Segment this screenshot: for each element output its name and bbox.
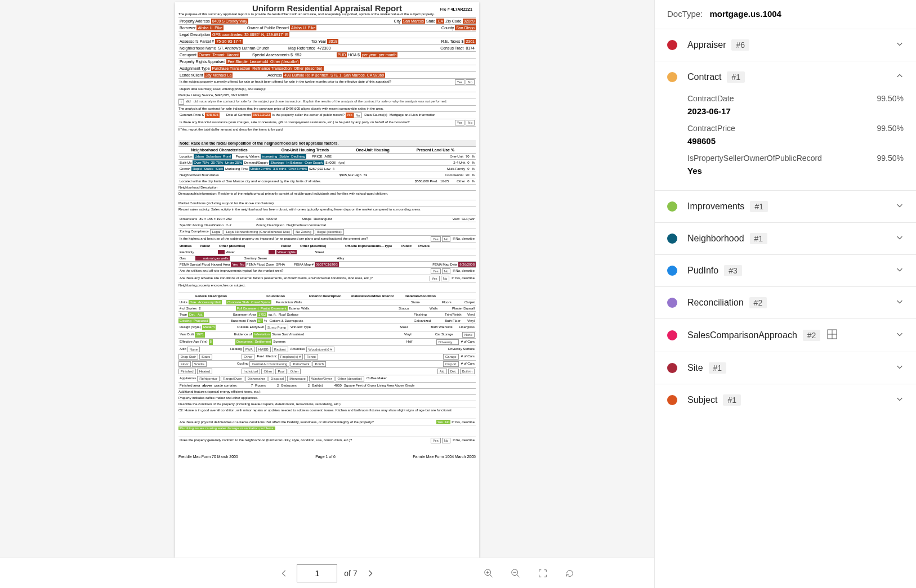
section-title: SalesComparisonApproach	[687, 330, 797, 340]
site-dimensions: Dimensions89 × 155 × 190 × 259 Area4000 …	[178, 216, 476, 222]
impr-appliances: Appliances RefrigeratorRange/Oven Dishwa…	[178, 375, 476, 382]
field-confidence: 99.50%	[877, 94, 904, 103]
zoom-out-icon	[511, 568, 521, 578]
section-title: Contract	[687, 72, 721, 82]
impr-r2: # of Stories2 Full BasementPartial Basem…	[178, 305, 476, 311]
site-compliance: Zoning Compliance LegalLegal Nonconformi…	[178, 228, 476, 235]
section-header-reconciliation[interactable]: Reconciliation#2	[655, 287, 916, 318]
impr-addl-feat-l: Additional features (special energy effi…	[178, 388, 476, 394]
nbhd-headers: Neighborhood Characteristics One-Unit Ho…	[178, 146, 476, 153]
row-ifyes: If Yes, report the total dollar amount a…	[178, 126, 476, 132]
impr-r3: TypeDet.Att. Basement Area1752sq. ft. Ro…	[178, 311, 476, 317]
section-header-site[interactable]: Site#1	[655, 352, 916, 384]
row-sources-val: Multiple Listing Service, $498,605, 06/1…	[178, 92, 476, 98]
nbhd-r1: Location UrbanSuburbanRural Property Val…	[178, 153, 476, 159]
page-number-input[interactable]	[297, 564, 337, 582]
zoom-out-button[interactable]	[510, 568, 521, 579]
doctype-label: DocType:	[667, 9, 703, 19]
impr-def-q: Are there any physical deficiencies or a…	[178, 419, 476, 425]
section-header-improvements[interactable]: Improvements#1	[655, 191, 916, 222]
section-title: Neighborhood	[687, 234, 744, 244]
row-legal: Legal Description GPS coordinates: 35.68…	[178, 31, 476, 38]
section-dot-icon	[667, 72, 677, 82]
nbhd-note: Note: Race and the racial composition of…	[178, 140, 476, 146]
field-confidence: 99.50%	[877, 124, 904, 133]
impr-r4: ExistingProposed Basement Finish57% Gutt…	[178, 317, 476, 324]
doctype-value: mortgage.us.1004	[709, 9, 781, 19]
section-header-salescomp[interactable]: SalesComparisonApproach#2	[655, 319, 916, 352]
site-util-r1: Electricity Water Water rights Street	[178, 249, 476, 255]
row-rights: Property Rights Appraised Fee Simple Lea…	[178, 58, 476, 65]
section-badge: #2	[749, 297, 767, 308]
table-icon[interactable]	[827, 329, 837, 342]
section-header-pudinfo[interactable]: PudInfo#3	[655, 255, 916, 286]
section-header-subject[interactable]: Subject#1	[655, 384, 916, 416]
field-row[interactable]: IsPropertySellerOwnerOfPublicRecord99.50…	[687, 154, 904, 176]
impr-r1: UnitsOne Accessory Unit Concrete SlabCra…	[178, 299, 476, 305]
section-header-contract[interactable]: Contract#1	[655, 61, 916, 93]
field-label: ContractPrice	[687, 124, 735, 133]
impr-r5: Design (Style)Modern Outside Entry/ExitS…	[178, 324, 476, 331]
rotate-button[interactable]	[564, 568, 575, 579]
field-row[interactable]: ContractDate99.50%2023-06-17	[687, 94, 904, 116]
impr-r9: Drop StairStairs OtherFuelElectric Firep…	[178, 353, 476, 360]
impr-r6: Year Built1971 Evidence ofInfestation St…	[178, 331, 476, 338]
impr-r10: FloorScuttle CoolingCentral Air Conditio…	[178, 360, 476, 367]
row-property-address: Property Address 8409 S Croddy Way City …	[178, 17, 476, 24]
field-label: ContractDate	[687, 94, 734, 103]
section-dot-icon	[667, 234, 677, 244]
next-page-button[interactable]	[364, 568, 376, 579]
chevron-down-icon	[896, 298, 904, 308]
section-badge: #1	[709, 362, 727, 374]
site-util-r2: Gas natural gas wells Sanitary Sewer All…	[178, 255, 476, 261]
section-header-neighborhood[interactable]: Neighborhood#1	[655, 223, 916, 254]
section-title: Subject	[687, 395, 717, 405]
impr-r11: FinishedHeated IndividualOther PoolOther…	[178, 367, 476, 375]
zoom-in-button[interactable]	[483, 568, 494, 579]
row-analysis-text: The analysis of the contract for sale in…	[178, 105, 476, 111]
row-borrower: Borrower Alisha U. Pike Owner of Public …	[178, 24, 476, 31]
section-header-appraiser[interactable]: Appraiser#6	[655, 29, 916, 61]
nbhd-mktcond-label: Market Conditions (including support for…	[178, 200, 476, 206]
section-title: Improvements	[687, 201, 744, 212]
impr-cond: C2: Home is in good overall condition, w…	[178, 407, 476, 413]
section-title: Reconciliation	[687, 298, 744, 308]
row-nbhd-name: Neighborhood Name ST. Andrew's Luthran C…	[178, 44, 476, 51]
extraction-sidebar: DocType: mortgage.us.1004 Appraiser#6Con…	[654, 0, 916, 588]
site-hb: Is the highest and best use of the subje…	[178, 235, 476, 243]
section-badge: #1	[727, 71, 745, 83]
nbhd-r2: Built-Up Over 75%25-75%Under 25% Demand/…	[178, 159, 476, 165]
val-contract-price: 498,605	[205, 113, 220, 118]
impr-conform: Does the property generally conform to t…	[178, 437, 476, 444]
row-analyze: I did did not analyze the contract for s…	[178, 98, 476, 105]
section-badge: #3	[724, 265, 742, 276]
nbhd-desc-label: Neighborhood Description	[178, 184, 476, 190]
site-advq: Are there any adverse site conditions or…	[178, 275, 476, 282]
field-confidence: 99.50%	[877, 154, 904, 163]
site-fema: FEMA Special Flood Hazard Area YesNo FEM…	[178, 261, 476, 267]
doctype-row: DocType: mortgage.us.1004	[655, 0, 916, 29]
field-value: 2023-06-17	[687, 106, 904, 116]
fit-page-button[interactable]	[537, 568, 548, 579]
section-badge: #6	[731, 39, 749, 51]
section-subject: Subject#1	[655, 384, 916, 416]
section-title: Appraiser	[687, 40, 726, 50]
prev-page-button[interactable]	[279, 568, 290, 579]
chevron-down-icon	[896, 40, 904, 50]
impr-def-a: Plumbing issues causing water damage or …	[178, 425, 476, 431]
site-zoning: Specific Zoning ClassificationC-2 Zoning…	[178, 222, 476, 228]
section-badge: #1	[723, 394, 741, 406]
document-viewer[interactable]: Uniform Residential Appraisal Report Fil…	[0, 0, 654, 558]
nbhd-r4: Neighborhood Boundaries $965,642 High53 …	[178, 172, 476, 178]
fit-page-icon	[538, 568, 548, 578]
chevron-down-icon	[896, 201, 904, 212]
chevron-down-icon	[896, 266, 904, 276]
row-assignment: Assignment Type Purchase Transaction Ref…	[178, 65, 476, 71]
impr-finished-area: Finished areaabovegrade contains: 7Rooms…	[178, 382, 476, 388]
svg-line-5	[517, 574, 520, 577]
chevron-down-icon	[896, 234, 904, 244]
impr-r7: Effective Age (Yrs)8 DampnessSettlement …	[178, 338, 476, 345]
field-row[interactable]: ContractPrice99.50%498605	[687, 124, 904, 146]
section-appraiser: Appraiser#6	[655, 29, 916, 61]
section-dot-icon	[667, 40, 677, 50]
